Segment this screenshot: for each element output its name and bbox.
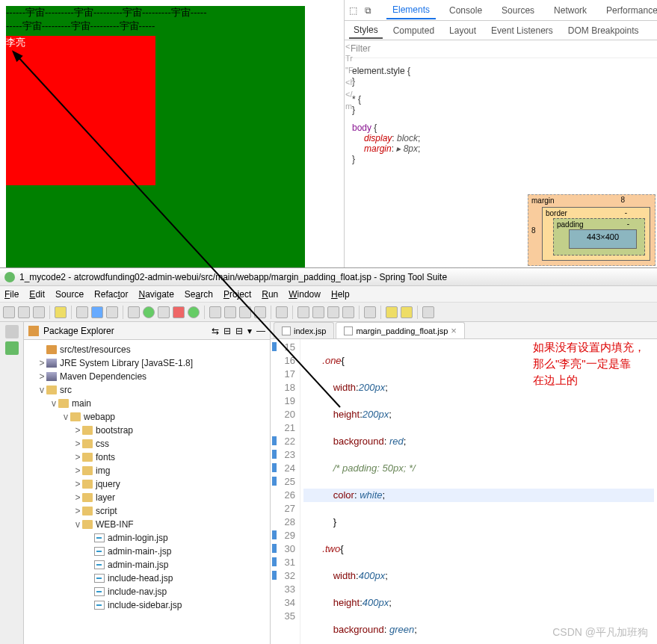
tab-performance[interactable]: Performance	[600, 2, 657, 19]
tree-item[interactable]: >layer	[25, 491, 268, 504]
run-icon[interactable]	[188, 306, 200, 318]
back-icon[interactable]	[386, 306, 398, 318]
separator	[49, 306, 50, 319]
menu-project[interactable]: Project	[223, 289, 251, 300]
explorer-tree[interactable]: src/test/resources>JRE System Library [J…	[24, 340, 270, 615]
tree-item[interactable]: >img	[25, 464, 268, 477]
dash-row-2: -----宇宙---------宇宙---------宇宙-----	[6, 19, 305, 33]
device-icon[interactable]: ⧉	[365, 5, 371, 16]
tool-icon[interactable]	[364, 306, 376, 318]
rule-body[interactable]: body { display: block; margin: ▸ 8px; }	[352, 123, 650, 164]
tab-margin-padding-float-jsp[interactable]: margin_padding_float.jsp ×	[336, 322, 465, 338]
menu-navigate[interactable]: Navigate	[138, 289, 173, 300]
tree-item[interactable]: >script	[25, 504, 268, 518]
tree-item[interactable]: >jquery	[25, 477, 268, 491]
min-icon[interactable]: —	[256, 326, 265, 336]
save-all-icon[interactable]	[33, 306, 45, 318]
rule-element-style[interactable]: element.style { }	[352, 66, 650, 87]
tool-icon[interactable]	[254, 306, 266, 318]
separator	[271, 306, 271, 319]
tree-item[interactable]: include-sidebar.jsp	[25, 598, 268, 612]
tool-icon[interactable]	[106, 306, 118, 318]
save-icon[interactable]	[18, 306, 30, 318]
bm-padding-label: padding	[557, 220, 584, 229]
subtab-dom-breakpoints[interactable]: DOM Breakpoints	[564, 23, 644, 38]
run-icon[interactable]	[143, 306, 155, 318]
tool-icon[interactable]	[342, 306, 354, 318]
focus-icon[interactable]: ⊟	[223, 326, 231, 336]
tool-icon[interactable]	[422, 306, 434, 318]
separator	[123, 306, 123, 319]
tree-item[interactable]: vmain	[25, 397, 268, 410]
toolbar	[0, 303, 657, 322]
trim-icon[interactable]	[5, 341, 19, 355]
tool-icon[interactable]	[55, 306, 67, 318]
trim-icon[interactable]	[5, 325, 19, 338]
inspect-icon[interactable]: ⬚	[349, 5, 357, 16]
tool-icon[interactable]	[276, 306, 288, 318]
dash-row-1: ------宇宙---------宇宙---------宇宙---------宇…	[6, 6, 305, 19]
devtools-panel: ⬚ ⧉ Elements Console Sources Network Per…	[344, 0, 657, 267]
browser-preview: ------宇宙---------宇宙---------宇宙---------宇…	[0, 0, 314, 267]
tab-network[interactable]: Network	[548, 2, 593, 19]
tree-item[interactable]: >css	[25, 437, 268, 451]
tool-icon[interactable]	[158, 306, 170, 318]
tree-item[interactable]: admin-login.jsp	[25, 531, 268, 545]
menu-source[interactable]: Source	[55, 289, 84, 300]
tab-sources[interactable]: Sources	[496, 2, 540, 19]
tool-icon[interactable]	[76, 306, 88, 318]
collapse-icon[interactable]: ⊟	[235, 326, 243, 336]
tool-icon[interactable]	[224, 306, 236, 318]
menu-window[interactable]: Window	[289, 289, 321, 300]
subtab-styles[interactable]: Styles	[349, 22, 383, 39]
menu-icon[interactable]: ▾	[247, 326, 252, 336]
rule-selector: element.style {	[352, 66, 650, 76]
menu-file[interactable]: File	[4, 289, 19, 300]
close-icon[interactable]: ×	[451, 325, 457, 336]
subtab-layout[interactable]: Layout	[445, 23, 481, 38]
tab-elements[interactable]: Elements	[386, 1, 436, 19]
tree-item[interactable]: vsrc	[25, 383, 268, 397]
box-model: margin 8 8 border - padding - 443×400	[526, 193, 657, 267]
subtab-event-listeners[interactable]: Event Listeners	[487, 23, 558, 38]
link-icon[interactable]: ⇆	[212, 326, 219, 336]
tree-item[interactable]: vWEB-INF	[25, 518, 268, 531]
menu-edit[interactable]: Edit	[29, 289, 45, 300]
css-prop: margin	[364, 143, 392, 154]
rule-star[interactable]: * { }	[352, 94, 650, 115]
menu-search[interactable]: Search	[185, 289, 213, 300]
tab-console[interactable]: Console	[443, 2, 488, 19]
tree-item[interactable]: >bootstrap	[25, 424, 268, 437]
tree-item[interactable]: include-head.jsp	[25, 572, 268, 585]
rule-close: }	[352, 76, 650, 87]
tree-item[interactable]: admin-main-.jsp	[25, 545, 268, 558]
tree-item[interactable]: >JRE System Library [JavaSE-1.8]	[25, 356, 268, 370]
tree-item[interactable]: >fonts	[25, 451, 268, 464]
tool-icon[interactable]	[239, 306, 251, 318]
tree-item[interactable]: admin-main.jsp	[25, 558, 268, 572]
subtab-computed[interactable]: Computed	[389, 23, 439, 38]
new-icon[interactable]	[3, 306, 15, 318]
debug-icon[interactable]	[128, 306, 140, 318]
stop-icon[interactable]	[173, 306, 185, 318]
editor-body[interactable]: 1516171819202122232425262728293031323334…	[271, 339, 657, 644]
menu-run[interactable]: Run	[262, 289, 278, 300]
tool-icon[interactable]	[297, 306, 309, 318]
bm-border-label: border	[546, 209, 567, 217]
forward-icon[interactable]	[401, 306, 413, 318]
tab-index-jsp[interactable]: index.jsp	[274, 322, 334, 338]
tree-item[interactable]: >Maven Dependencies	[25, 370, 268, 383]
styles-filter[interactable]: Filter	[345, 40, 657, 58]
tool-icon[interactable]	[209, 306, 221, 318]
tree-item[interactable]: src/test/resources	[25, 343, 268, 356]
menu-refactor[interactable]: Refactor	[94, 289, 128, 300]
tree-item[interactable]: include-nav.jsp	[25, 585, 268, 598]
bm-margin-label: margin	[531, 196, 555, 205]
tool-icon[interactable]	[91, 306, 103, 318]
tool-icon[interactable]	[312, 306, 324, 318]
tree-item[interactable]: vwebapp	[25, 410, 268, 424]
menu-help[interactable]: Help	[331, 289, 350, 300]
tab-label: index.jsp	[294, 326, 326, 335]
bm-content: 443×400	[569, 229, 637, 249]
tool-icon[interactable]	[327, 306, 339, 318]
